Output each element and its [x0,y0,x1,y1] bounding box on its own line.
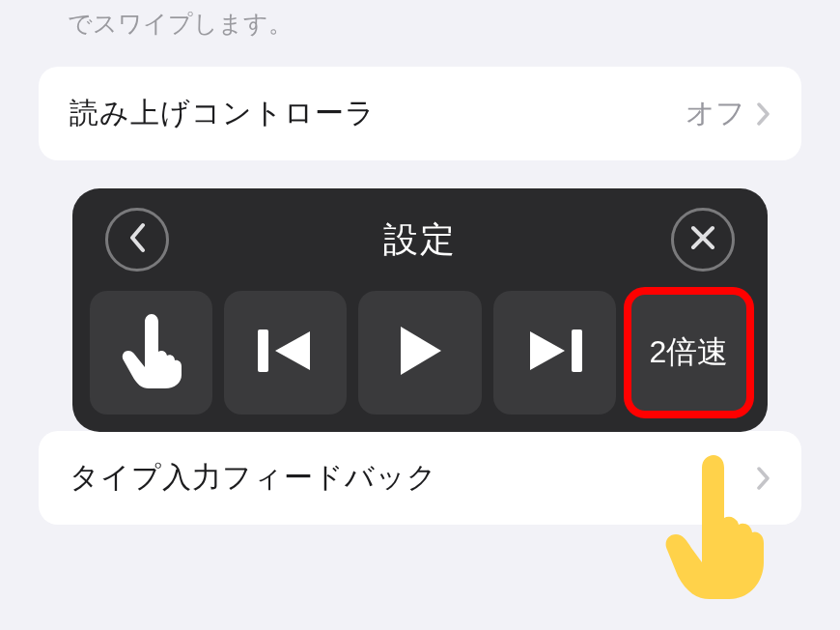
chevron-right-icon [757,102,770,126]
page-intro-text: でスワイプします。 [0,0,840,67]
play-button[interactable] [358,291,481,415]
tap-mode-button[interactable] [90,291,212,415]
svg-rect-0 [258,329,268,372]
back-button[interactable] [105,208,169,272]
item-value: オフ [686,94,745,133]
skip-previous-icon [256,326,316,380]
play-icon [393,322,447,384]
list-item-typing-feedback[interactable]: タイプ入力フィードバック [39,431,801,525]
speak-controller-overlay: 設定 [72,188,768,432]
item-label: 読み上げコントローラ [70,94,376,133]
svg-rect-1 [572,329,582,372]
pointing-hand-icon [120,311,183,394]
overlay-header: 設定 [90,208,750,291]
overlay-title: 設定 [383,216,457,264]
next-button[interactable] [493,291,616,415]
close-icon [688,223,717,256]
control-button-row: 2倍速 [90,291,750,415]
close-button[interactable] [671,208,735,272]
item-right: オフ [686,94,770,133]
speed-label: 2倍速 [650,331,729,374]
item-label: タイプ入力フィードバック [70,458,437,498]
speed-button[interactable]: 2倍速 [628,291,750,415]
chevron-left-icon [126,221,148,258]
previous-button[interactable] [224,291,347,415]
chevron-right-icon [757,467,770,490]
item-right [757,467,770,490]
skip-next-icon [524,326,584,380]
list-item-speak-controller[interactable]: 読み上げコントローラ オフ [39,67,801,160]
